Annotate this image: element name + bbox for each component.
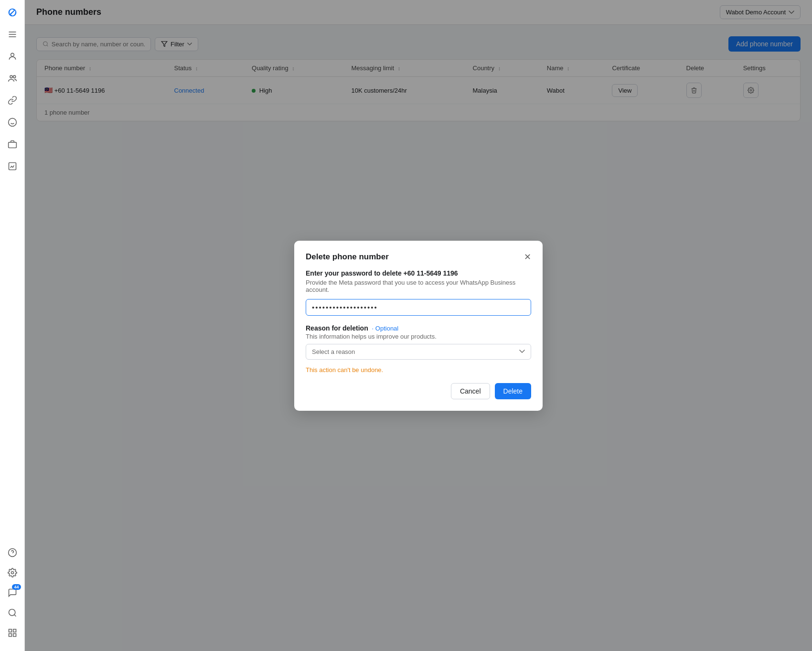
link-icon[interactable] [6, 94, 19, 107]
svg-point-14 [9, 609, 15, 616]
svg-point-5 [13, 75, 15, 78]
notification-icon[interactable]: 44 [6, 586, 19, 599]
svg-rect-17 [13, 630, 16, 632]
svg-rect-18 [9, 634, 11, 637]
menu-icon[interactable] [6, 28, 19, 41]
reason-section: Reason for deletion · Optional This info… [306, 324, 531, 366]
svg-rect-16 [9, 630, 11, 632]
grid-icon[interactable] [6, 626, 19, 640]
svg-point-6 [8, 118, 16, 127]
password-input[interactable] [306, 299, 531, 316]
svg-point-3 [11, 53, 14, 56]
svg-point-4 [10, 75, 12, 78]
briefcase-icon[interactable] [6, 138, 19, 151]
chart-icon[interactable] [6, 160, 19, 173]
search-icon[interactable] [6, 606, 19, 619]
svg-rect-9 [8, 142, 16, 148]
modal-actions: Cancel Delete [306, 383, 531, 399]
help-icon[interactable] [6, 546, 19, 559]
password-desc: Provide the Meta password that you use t… [306, 279, 531, 293]
notification-badge-count: 44 [12, 584, 21, 590]
reason-label: Reason for deletion · Optional [306, 324, 531, 332]
delete-modal: Delete phone number ✕ Enter your passwor… [294, 241, 543, 411]
settings-icon[interactable] [6, 566, 19, 579]
modal-close-button[interactable]: ✕ [524, 253, 531, 261]
optional-tag: · Optional [372, 325, 399, 332]
modal-header: Delete phone number ✕ [306, 252, 531, 262]
modal-title: Delete phone number [306, 252, 389, 262]
main-content: Phone numbers Wabot Demo Account [25, 0, 812, 651]
svg-point-13 [11, 572, 13, 574]
password-section-title: Enter your password to delete +60 11-564… [306, 269, 531, 277]
modal-overlay: Delete phone number ✕ Enter your passwor… [25, 0, 812, 651]
reason-desc: This information helps us improve our pr… [306, 333, 531, 340]
delete-confirm-button[interactable]: Delete [495, 383, 531, 399]
sidebar: 44 [0, 0, 25, 651]
reason-select[interactable]: Select a reason [306, 344, 531, 360]
svg-line-15 [14, 615, 16, 617]
svg-rect-19 [13, 634, 16, 637]
svg-rect-10 [9, 163, 16, 170]
cancel-button[interactable]: Cancel [451, 383, 490, 399]
user-icon[interactable] [6, 50, 19, 63]
team-icon[interactable] [6, 72, 19, 85]
meta-logo-icon[interactable] [6, 6, 19, 19]
warning-text: This action can't be undone. [306, 366, 531, 374]
contact-icon[interactable] [6, 116, 19, 129]
